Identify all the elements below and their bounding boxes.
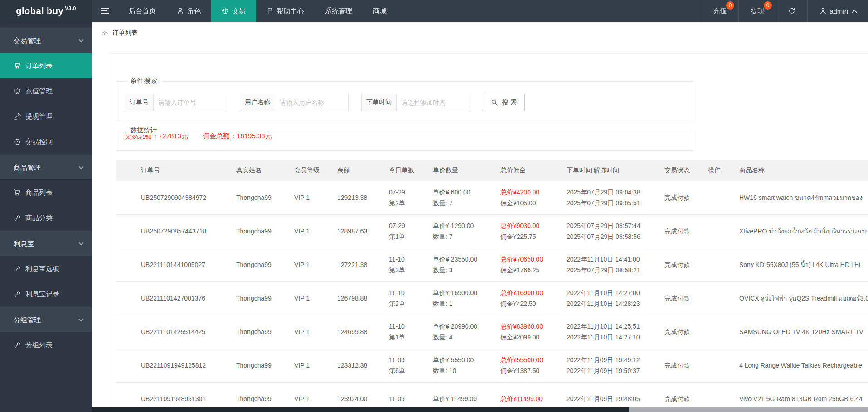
sidebar-section-goods-management[interactable]: 商品管理: [0, 155, 92, 180]
table-cell: Thongcha99: [231, 349, 289, 382]
chevron-down-icon: [78, 316, 83, 321]
cell-line: 第3单: [389, 265, 422, 276]
column-header: 会员等级: [289, 160, 332, 181]
table-cell: 总价¥4200.00佣金¥105.00: [495, 181, 561, 214]
breadcrumb: ≫ 订单列表: [92, 22, 868, 44]
content-card: 条件搜索 订单号用户名称下单时间搜 索 数据统计 交易总额：727813元佣金总…: [109, 53, 868, 407]
table-cell: 07-29第2单: [383, 181, 427, 214]
order-time-label: 下单时间: [361, 94, 396, 111]
scales-icon: [222, 7, 229, 15]
table-header-row: 订单号真实姓名会员等级余额今日单数单价数量总价佣金下单时间 解冻时间交易状态操作…: [116, 160, 868, 181]
chevron-up-icon: [852, 10, 857, 15]
sidebar-section-group-management[interactable]: 分组管理: [0, 307, 92, 332]
top-nav-label: 交易: [232, 7, 246, 15]
sidebar-item-label: 交易控制: [25, 138, 53, 146]
cell-line: 第2单: [389, 298, 422, 309]
sidebar-item-group-list[interactable]: 分组列表: [0, 332, 92, 358]
table-cell: UB2507290904384972: [116, 181, 231, 214]
sidebar-section-interest-treasure[interactable]: 利息宝: [0, 231, 92, 256]
horizontal-scrollbar-thumb[interactable]: [629, 407, 868, 412]
sidebar-item-goods-list[interactable]: 商品列表: [0, 180, 92, 205]
menu-toggle-icon[interactable]: [92, 0, 118, 22]
cell-line: 第1单: [389, 332, 422, 343]
search-icon: [491, 99, 498, 106]
refresh-button[interactable]: [776, 0, 807, 22]
sidebar: 交易管理订单列表充值管理提现管理交易控制商品管理商品列表商品分类利息宝利息宝选项…: [0, 22, 92, 412]
cell-line: 11-09: [389, 393, 422, 404]
column-header: 总价佣金: [495, 160, 561, 181]
sidebar-item-label: 充值管理: [25, 87, 53, 96]
recharge-button[interactable]: 充值0: [701, 0, 738, 22]
sidebar-item-recharge-management[interactable]: 充值管理: [0, 78, 92, 104]
table-cell: 128987.63: [332, 214, 383, 248]
table-cell: 单价¥ 20990.00数量: 4: [427, 315, 495, 349]
top-nav-trade[interactable]: 交易: [211, 0, 256, 22]
table-cell: 总价¥83960.00佣金¥2099.00: [495, 315, 561, 349]
table-cell: VIP 1: [289, 281, 332, 315]
horizontal-scrollbar: [92, 407, 868, 412]
top-nav-mall[interactable]: 商城: [363, 0, 397, 22]
stats-fieldset: 数据统计 交易总额：727813元佣金总额：18195.33元: [116, 131, 694, 151]
cell-line: 2025年07月29日 09:05:51: [567, 198, 654, 208]
sidebar-item-label: 分组列表: [25, 341, 53, 349]
cell-line: 总价¥11499.00: [500, 393, 556, 404]
cell-line: 总价¥55500.00: [500, 354, 556, 365]
table-cell: 4 Long Range Walkie Talkies Rechargeable: [734, 349, 868, 382]
table-cell: 总价¥16900.00佣金¥422.50: [495, 281, 561, 315]
cell-line: 数量: 3: [433, 265, 490, 276]
cell-line: 2022年11月10日 14:41:00: [567, 254, 654, 265]
cell-line: 总价¥4200.00: [500, 187, 556, 198]
sidebar-section-label: 利息宝: [14, 240, 34, 247]
sidebar-item-order-list[interactable]: 订单列表: [0, 53, 92, 78]
order-time-input[interactable]: [396, 94, 470, 111]
sidebar-item-trade-control[interactable]: 交易控制: [0, 129, 92, 155]
table-cell: 123924.00: [332, 382, 383, 407]
user-menu[interactable]: admin: [807, 0, 868, 22]
cell-line: 单价¥ 1290.00: [433, 220, 490, 231]
cell-line: 总价¥70650.00: [500, 254, 556, 265]
sidebar-section-trade-management[interactable]: 交易管理: [0, 28, 92, 53]
cell-line: 11-10: [389, 321, 422, 332]
app-version: V3.0: [65, 5, 76, 11]
cart-icon: [14, 62, 21, 69]
top-nav-help-center[interactable]: 帮助中心: [256, 0, 315, 22]
sidebar-section-label: 交易管理: [14, 37, 41, 44]
column-header: 单价数量: [427, 160, 495, 181]
user-icon: [177, 7, 184, 15]
cell-line: 数量: 7: [433, 231, 490, 242]
top-nav-roles[interactable]: 角色: [166, 0, 211, 22]
table-cell: 单价¥ 16900.00数量: 1: [427, 281, 495, 315]
cell-line: 佣金¥1387.50: [500, 365, 556, 376]
table-cell: Thongcha99: [231, 315, 289, 349]
sidebar-item-withdraw-management[interactable]: 提现管理: [0, 104, 92, 129]
top-nav-system[interactable]: 系统管理: [315, 0, 363, 22]
cell-line: 2022年11月10日 14:27:10: [567, 332, 654, 343]
column-header: 余额: [332, 160, 383, 181]
cell-line: 佣金¥1766.25: [500, 265, 556, 276]
cell-line: 总价¥16900.00: [500, 287, 556, 298]
sidebar-item-label: 订单列表: [25, 62, 53, 70]
table-cell: 单价¥ 5550.00数量: 10: [427, 349, 495, 382]
withdraw-button[interactable]: 提现0: [738, 0, 776, 22]
top-nav-label: 角色: [187, 7, 201, 15]
table-cell: 2022年11月10日 14:25:512022年11月10日 14:27:10: [561, 315, 659, 349]
table-cell: 完成付款: [659, 315, 703, 349]
withdraw-badge: 0: [764, 1, 772, 10]
top-nav-dashboard[interactable]: 后台首页: [118, 0, 166, 22]
cell-line: 单价¥ 23550.00: [433, 254, 490, 265]
table-cell: 129213.38: [332, 181, 383, 214]
sidebar-item-interest-records[interactable]: 利息宝记录: [0, 281, 92, 307]
user-name-input[interactable]: [275, 94, 349, 111]
flag-icon: [267, 7, 274, 15]
sidebar-item-goods-category[interactable]: 商品分类: [0, 205, 92, 231]
table-cell: 完成付款: [659, 181, 703, 214]
table-cell: 2025年07月29日 09:04:382025年07月29日 09:05:51: [561, 181, 659, 214]
sidebar-item-interest-options[interactable]: 利息宝选项: [0, 256, 92, 281]
table-row: UB2507290904384972Thongcha99VIP 1129213.…: [116, 181, 868, 214]
cell-line: 数量: 4: [433, 332, 490, 343]
table-cell: OVICX ลู่วิ่งไฟฟ้า รุ่นQ2S Treadmill มอเ…: [734, 281, 868, 315]
table-row: UB2211101441005027Thongcha99VIP 1127221.…: [116, 248, 868, 281]
order-no-input[interactable]: [153, 94, 227, 111]
search-button[interactable]: 搜 索: [483, 94, 525, 111]
table-cell: UB2507290857443718: [116, 214, 231, 248]
